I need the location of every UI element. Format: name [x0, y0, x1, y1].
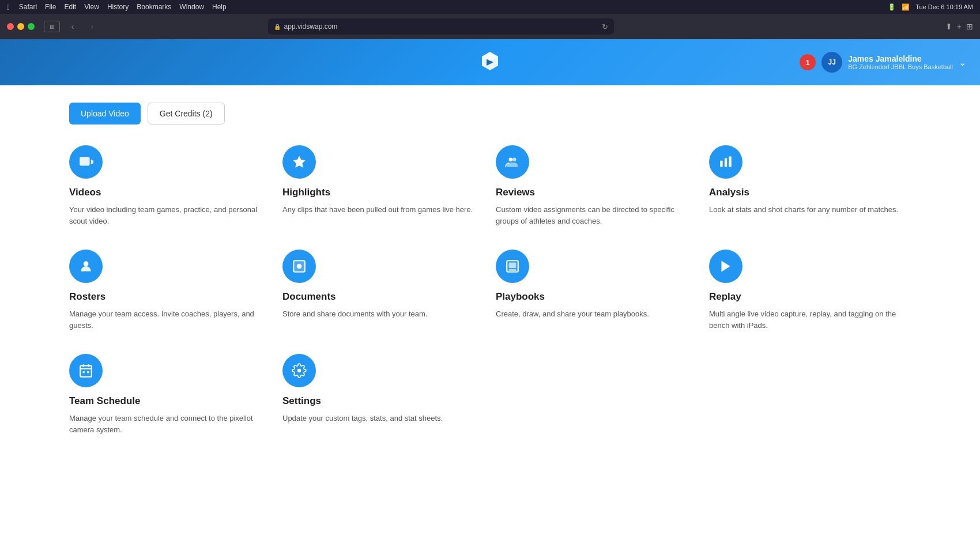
card-icon-videos: [69, 145, 103, 179]
back-button[interactable]: ‹: [66, 20, 80, 33]
svg-rect-5: [720, 161, 722, 167]
maximize-window-button[interactable]: [28, 23, 35, 30]
card-settings[interactable]: Settings Update your custom tags, stats,…: [282, 354, 484, 435]
svg-rect-20: [87, 371, 89, 373]
mac-menubar:  Safari File Edit View History Bookmark…: [0, 0, 980, 14]
top-actions: Upload Video Get Credits (2): [69, 103, 911, 124]
card-desc-rosters: Manage your team access. Invite coaches,…: [69, 308, 271, 331]
share-icon[interactable]: ⬆: [945, 22, 952, 31]
safari-menu[interactable]: Safari: [19, 3, 37, 11]
svg-marker-1: [91, 160, 93, 165]
logo-svg: [477, 50, 503, 75]
main-content: Upload Video Get Credits (2) Videos Your…: [0, 85, 980, 551]
feature-grid: Videos Your video including team games, …: [69, 145, 911, 435]
svg-point-8: [84, 261, 89, 266]
card-icon-reviews: [496, 145, 529, 179]
svg-point-21: [297, 369, 301, 373]
svg-point-3: [509, 157, 513, 161]
card-icon-playbooks: [496, 250, 529, 283]
card-desc-team-schedule: Manage your team schedule and connect to…: [69, 413, 271, 435]
reload-icon[interactable]: ↻: [602, 22, 608, 31]
user-avatar: JJ: [821, 52, 842, 73]
card-title-settings: Settings: [282, 395, 484, 407]
svg-point-10: [297, 264, 302, 269]
url-display: app.vidswap.com: [284, 22, 338, 31]
forward-button[interactable]: ›: [85, 20, 99, 33]
card-desc-analysis: Look at stats and shot charts for any nu…: [709, 204, 911, 216]
address-bar-container: 🔒 app.vidswap.com ↻: [268, 18, 614, 35]
view-menu[interactable]: View: [84, 3, 99, 11]
card-title-reviews: Reviews: [496, 187, 698, 198]
user-info: James Jamaleldine BG Zehlendorf JBBL Boy…: [848, 54, 953, 70]
card-desc-replay: Multi angle live video capture, replay, …: [709, 308, 911, 331]
card-title-rosters: Rosters: [69, 291, 271, 303]
svg-point-4: [512, 157, 517, 161]
card-icon-replay: [709, 250, 742, 283]
card-replay[interactable]: Replay Multi angle live video capture, r…: [709, 250, 911, 331]
card-rosters[interactable]: Rosters Manage your team access. Invite …: [69, 250, 271, 331]
card-title-highlights: Highlights: [282, 187, 484, 198]
lock-icon: 🔒: [274, 24, 281, 30]
svg-marker-14: [721, 261, 730, 272]
address-bar[interactable]: 🔒 app.vidswap.com ↻: [268, 18, 614, 35]
card-documents[interactable]: Documents Store and share documents with…: [282, 250, 484, 331]
minimize-window-button[interactable]: [17, 23, 24, 30]
new-tab-icon[interactable]: +: [957, 22, 962, 31]
card-title-playbooks: Playbooks: [496, 291, 698, 303]
card-reviews[interactable]: Reviews Custom video assignments can be …: [496, 145, 698, 227]
card-desc-documents: Store and share documents with your team…: [282, 308, 484, 320]
app-container: 1 JJ James Jamaleldine BG Zehlendorf JBB…: [0, 39, 980, 551]
apple-menu[interactable]: : [7, 3, 10, 12]
header-right: 1 JJ James Jamaleldine BG Zehlendorf JBB…: [800, 52, 966, 73]
history-menu[interactable]: History: [107, 3, 129, 11]
card-team-schedule[interactable]: Team Schedule Manage your team schedule …: [69, 354, 271, 435]
svg-rect-6: [725, 158, 727, 167]
upload-video-button[interactable]: Upload Video: [69, 103, 141, 124]
card-desc-videos: Your video including team games, practic…: [69, 204, 271, 227]
app-logo[interactable]: [477, 50, 503, 75]
card-highlights[interactable]: Highlights Any clips that have been pull…: [282, 145, 484, 227]
sidebar-icon[interactable]: ⊞: [966, 22, 973, 31]
battery-icon: 🔋: [888, 3, 896, 11]
svg-rect-19: [83, 371, 85, 373]
get-credits-button[interactable]: Get Credits (2): [148, 103, 225, 124]
notification-badge[interactable]: 1: [800, 54, 816, 70]
browser-toolbar: ⊞ ‹ › 🔒 app.vidswap.com ↻ ⬆ + ⊞: [0, 14, 980, 39]
user-name: James Jamaleldine: [848, 54, 953, 63]
card-icon-highlights: [282, 145, 316, 179]
card-title-documents: Documents: [282, 291, 484, 303]
browser-action-buttons: ⬆ + ⊞: [945, 22, 973, 31]
card-icon-rosters: [69, 250, 103, 283]
window-menu[interactable]: Window: [179, 3, 204, 11]
card-icon-documents: [282, 250, 316, 283]
card-playbooks[interactable]: Playbooks Create, draw, and share your t…: [496, 250, 698, 331]
card-title-replay: Replay: [709, 291, 911, 303]
card-desc-settings: Update your custom tags, stats, and stat…: [282, 413, 484, 424]
svg-rect-12: [509, 263, 517, 269]
card-icon-settings: [282, 354, 316, 387]
user-dropdown-arrow[interactable]: ⌄: [959, 57, 966, 68]
card-title-videos: Videos: [69, 187, 271, 198]
tab-overview-button[interactable]: ⊞: [44, 21, 60, 32]
card-icon-analysis: [709, 145, 742, 179]
close-window-button[interactable]: [7, 23, 14, 30]
help-mac-menu[interactable]: Help: [212, 3, 227, 11]
card-title-analysis: Analysis: [709, 187, 911, 198]
card-desc-highlights: Any clips that have been pulled out from…: [282, 204, 484, 216]
card-desc-reviews: Custom video assignments can be directed…: [496, 204, 698, 227]
app-header: 1 JJ James Jamaleldine BG Zehlendorf JBB…: [0, 39, 980, 85]
user-team: BG Zehlendorf JBBL Boys Basketball: [848, 63, 953, 70]
mac-clock: Tue Dec 6 10:19 AM: [915, 3, 973, 10]
svg-rect-7: [729, 156, 731, 167]
card-videos[interactable]: Videos Your video including team games, …: [69, 145, 271, 227]
card-desc-playbooks: Create, draw, and share your team playbo…: [496, 308, 698, 320]
mac-status-icons: 🔋 📶 Tue Dec 6 10:19 AM: [888, 3, 973, 11]
bookmarks-menu[interactable]: Bookmarks: [137, 3, 171, 11]
window-controls[interactable]: [7, 23, 35, 30]
mac-menu-items: Safari File Edit View History Bookmarks …: [19, 3, 227, 11]
wifi-icon: 📶: [902, 3, 910, 11]
edit-menu[interactable]: Edit: [64, 3, 76, 11]
card-analysis[interactable]: Analysis Look at stats and shot charts f…: [709, 145, 911, 227]
card-title-team-schedule: Team Schedule: [69, 395, 271, 407]
file-menu[interactable]: File: [45, 3, 56, 11]
